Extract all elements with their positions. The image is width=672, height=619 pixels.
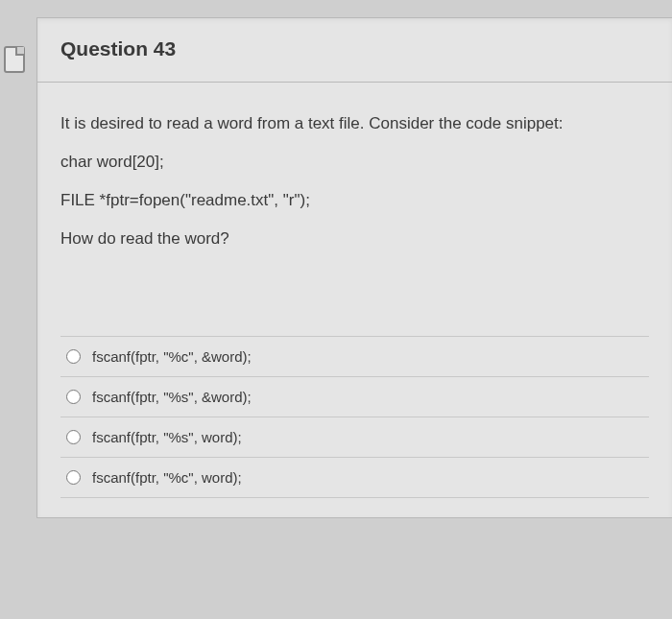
question-card: Question 43 It is desired to read a word… [36, 17, 672, 518]
option-label-0: fscanf(fptr, "%c", &word); [92, 348, 252, 365]
option-label-1: fscanf(fptr, "%s", &word); [92, 389, 252, 405]
option-radio-1[interactable] [66, 390, 81, 404]
option-row-0[interactable]: fscanf(fptr, "%c", &word); [60, 337, 649, 377]
page-wrap: Question 43 It is desired to read a word… [0, 0, 672, 518]
option-row-3[interactable]: fscanf(fptr, "%c", word); [60, 458, 649, 498]
option-radio-3[interactable] [66, 470, 81, 485]
question-title: Question 43 [60, 37, 649, 60]
page-icon [4, 46, 25, 73]
option-label-2: fscanf(fptr, "%s", word); [92, 429, 242, 445]
options-list: fscanf(fptr, "%c", &word); fscanf(fptr, … [60, 336, 649, 498]
option-label-3: fscanf(fptr, "%c", word); [92, 469, 242, 486]
option-row-2[interactable]: fscanf(fptr, "%s", word); [60, 417, 649, 458]
option-radio-0[interactable] [66, 349, 81, 364]
prompt-line-3: How do read the word? [60, 228, 649, 250]
prompt-line-2: FILE *fptr=fopen("readme.txt", "r"); [60, 190, 649, 211]
prompt-line-1: char word[20]; [60, 152, 649, 173]
option-radio-2[interactable] [66, 430, 81, 444]
option-row-1[interactable]: fscanf(fptr, "%s", &word); [60, 377, 649, 417]
prompt-line-0: It is desired to read a word from a text… [60, 113, 649, 134]
question-body: It is desired to read a word from a text… [37, 83, 672, 517]
question-header: Question 43 [37, 18, 672, 83]
